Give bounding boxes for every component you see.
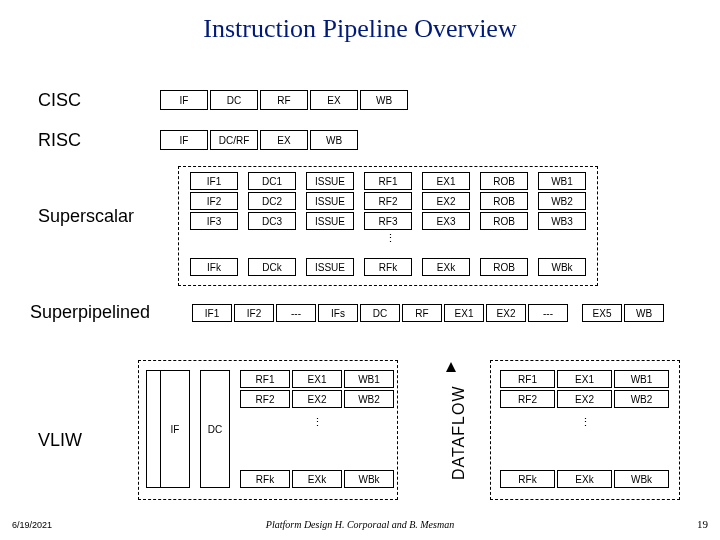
vdots-icon: ⋮ [312,420,323,424]
footer-credits: Platform Design H. Corporaal and B. Mesm… [0,519,720,530]
sp-stage: WB [624,304,664,322]
sp-stage: IF2 [234,304,274,322]
ss-stage: IF1 [190,172,238,190]
ss-stage: ROB [480,258,528,276]
dataflow-label: DATAFLOW [450,385,468,480]
ss-stage: EX3 [422,212,470,230]
risc-stage: EX [260,130,308,150]
vliw-stage: EX1 [292,370,342,388]
ss-stage: ROB [480,212,528,230]
cisc-stage: IF [160,90,208,110]
sp-stage: EX5 [582,304,622,322]
sp-stage: EX2 [486,304,526,322]
risc-label: RISC [38,130,81,151]
sp-stage: RF [402,304,442,322]
vliw-spacer [146,370,160,488]
ss-stage: IF3 [190,212,238,230]
ss-stage: ISSUE [306,258,354,276]
sp-stage: --- [528,304,568,322]
superscalar-label: Superscalar [38,206,134,227]
sp-stage: --- [276,304,316,322]
ss-stage: DC3 [248,212,296,230]
vdots-icon: ⋮ [580,420,591,424]
arrow-up-icon [446,362,456,372]
cisc-stage: DC [210,90,258,110]
ss-stage: RF1 [364,172,412,190]
risc-stage: WB [310,130,358,150]
cisc-label: CISC [38,90,81,111]
ss-stage: EX1 [422,172,470,190]
ss-stage: RF2 [364,192,412,210]
ss-stage: IF2 [190,192,238,210]
ss-stage: WBk [538,258,586,276]
vliw-stage: WB1 [614,370,669,388]
vliw-stage: WBk [614,470,669,488]
vliw-if-stage: IF [160,370,190,488]
risc-stage: DC/RF [210,130,258,150]
cisc-stage: RF [260,90,308,110]
ss-stage: DCk [248,258,296,276]
vliw-stage: WB2 [614,390,669,408]
vliw-stage: WB1 [344,370,394,388]
sp-stage: IFs [318,304,358,322]
ss-stage: RFk [364,258,412,276]
ss-stage: EXk [422,258,470,276]
ss-stage: DC1 [248,172,296,190]
vliw-dc-stage: DC [200,370,230,488]
vliw-stage: EX1 [557,370,612,388]
vliw-stage: EXk [557,470,612,488]
ss-stage: RF3 [364,212,412,230]
vliw-label: VLIW [38,430,82,451]
vliw-stage: EX2 [557,390,612,408]
ss-stage: ROB [480,172,528,190]
ss-stage: WB3 [538,212,586,230]
cisc-stage: WB [360,90,408,110]
slide-title: Instruction Pipeline Overview [0,14,720,44]
ss-stage: ISSUE [306,192,354,210]
ss-stage: EX2 [422,192,470,210]
sp-stage: EX1 [444,304,484,322]
footer-page: 19 [697,518,708,530]
vliw-stage: RFk [240,470,290,488]
superpipelined-label: Superpipelined [30,302,150,323]
sp-stage: IF1 [192,304,232,322]
vliw-stage: WB2 [344,390,394,408]
vliw-stage: RF1 [500,370,555,388]
ss-stage: ROB [480,192,528,210]
ss-stage: ISSUE [306,172,354,190]
vliw-stage: RFk [500,470,555,488]
sp-stage: DC [360,304,400,322]
ss-stage: WB2 [538,192,586,210]
vliw-stage: EXk [292,470,342,488]
risc-stage: IF [160,130,208,150]
cisc-stage: EX [310,90,358,110]
vliw-stage: WBk [344,470,394,488]
vliw-stage: RF2 [240,390,290,408]
vliw-stage: RF2 [500,390,555,408]
ss-stage: WB1 [538,172,586,190]
vliw-stage: RF1 [240,370,290,388]
ss-stage: IFk [190,258,238,276]
ss-stage: ISSUE [306,212,354,230]
ss-stage: DC2 [248,192,296,210]
vliw-stage: EX2 [292,390,342,408]
vdots-icon: ⋮ [385,236,396,240]
